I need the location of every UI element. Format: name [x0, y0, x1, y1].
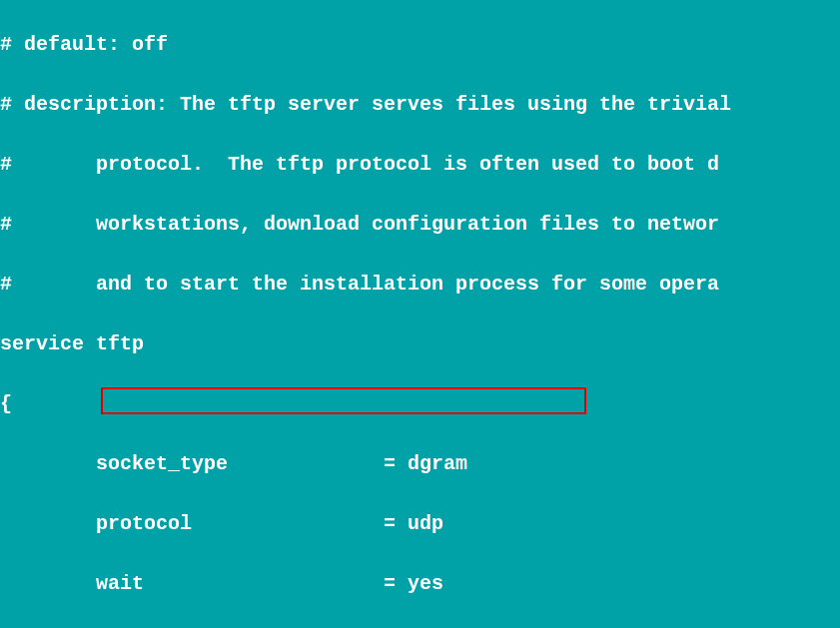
config-line: socket_type = dgram — [0, 449, 840, 479]
config-line: # description: The tftp server serves fi… — [0, 90, 840, 120]
config-line: service tftp — [0, 329, 840, 359]
config-line: # and to start the installation process … — [0, 270, 840, 300]
config-line: # protocol. The tftp protocol is often u… — [0, 150, 840, 180]
config-line: wait = yes — [0, 569, 840, 599]
terminal-editor[interactable]: # default: off # description: The tftp s… — [0, 0, 840, 628]
config-line: # workstations, download configuration f… — [0, 210, 840, 240]
config-line: { — [0, 389, 840, 419]
config-line: protocol = udp — [0, 509, 840, 539]
config-line: # default: off — [0, 30, 840, 60]
